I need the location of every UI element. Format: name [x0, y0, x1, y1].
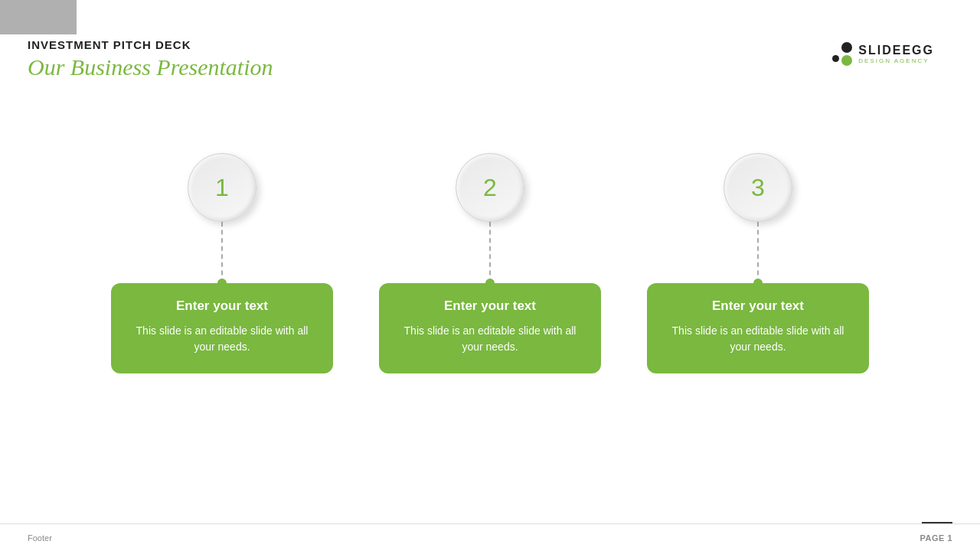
steps-container: 1 Enter your text This slide is an edita… — [0, 153, 980, 373]
step-1-card-body: This slide is an editable slide with all… — [126, 323, 318, 355]
step-3: 3 Enter your text This slide is an edita… — [647, 153, 869, 373]
footer-text: Footer — [28, 533, 52, 543]
logo-name: SLIDEEGG — [858, 44, 934, 57]
logo-dots-icon — [832, 42, 852, 66]
page-number: PAGE 1 — [920, 533, 952, 543]
logo-tagline: DESIGN AGENCY — [858, 57, 934, 64]
header: INVESTMENT PITCH DECK Our Business Prese… — [28, 38, 273, 80]
connector-dot-3 — [753, 279, 763, 288]
step-1-card-title: Enter your text — [126, 298, 318, 314]
logo-dot-green — [841, 55, 852, 66]
connector-dot-2 — [485, 279, 495, 288]
step-1: 1 Enter your text This slide is an edita… — [111, 153, 333, 373]
connector-line-3 — [757, 222, 759, 283]
logo-dot-black — [841, 42, 852, 53]
step-2-card: Enter your text This slide is an editabl… — [379, 283, 601, 373]
investment-label: INVESTMENT PITCH DECK — [28, 38, 273, 51]
step-2: 2 Enter your text This slide is an edita… — [379, 153, 601, 373]
step-2-number: 2 — [456, 153, 524, 222]
connector-dot-1 — [217, 279, 227, 288]
step-3-number: 3 — [724, 153, 792, 222]
connector-line-1 — [221, 222, 223, 283]
logo-dot-small — [832, 55, 839, 62]
step-2-card-body: This slide is an editable slide with all… — [394, 323, 586, 355]
footer: Footer PAGE 1 — [0, 523, 980, 551]
page-title: Our Business Presentation — [28, 54, 273, 80]
step-3-card: Enter your text This slide is an editabl… — [647, 283, 869, 373]
connector-line-2 — [489, 222, 491, 283]
step-3-card-body: This slide is an editable slide with all… — [662, 323, 854, 355]
step-1-card: Enter your text This slide is an editabl… — [111, 283, 333, 373]
logo-text: SLIDEEGG DESIGN AGENCY — [858, 44, 934, 64]
step-2-card-title: Enter your text — [394, 298, 586, 314]
step-3-card-title: Enter your text — [662, 298, 854, 314]
top-bar — [0, 0, 77, 34]
logo: SLIDEEGG DESIGN AGENCY — [832, 42, 934, 66]
step-1-number: 1 — [188, 153, 256, 222]
